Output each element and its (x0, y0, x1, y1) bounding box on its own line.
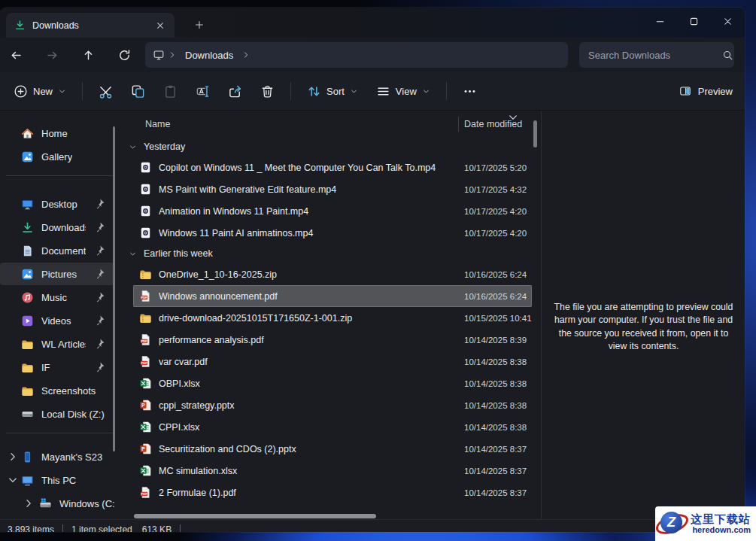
file-row-2-formulae-1-pdf[interactable]: PDF2 Formulae (1).pdf10/14/2025 8:37 (133, 482, 532, 503)
file-list-vertical-scrollbar[interactable] (533, 120, 537, 147)
more-button[interactable] (456, 79, 484, 104)
maximize-icon (688, 16, 700, 27)
file-row-windows-announcement-pdf[interactable]: PDFWindows announcement.pdf10/16/2025 6:… (133, 285, 532, 307)
file-row-securitization-and-cdos-2-pptx[interactable]: PSecuritization and CDOs (2).pptx10/14/2… (133, 438, 532, 460)
group-header-yesterday[interactable]: Yesterday (123, 137, 541, 157)
preview-warning-message: The file you are attempting to preview c… (553, 301, 734, 354)
paste-button[interactable] (156, 79, 184, 104)
forward-button[interactable] (39, 42, 65, 68)
sidebar-item-home[interactable]: Home (0, 122, 114, 144)
sidebar-item-label: WL Articles (41, 339, 86, 350)
file-date-modified: 10/14/2025 8:38 (464, 401, 536, 410)
sidebar-item-music[interactable]: Music (0, 286, 114, 308)
chevron-right-icon[interactable] (23, 497, 35, 509)
cut-button[interactable] (92, 79, 120, 104)
view-button[interactable]: View (369, 79, 437, 104)
sidebar-item-local-disk-z[interactable]: Local Disk (Z:) (0, 403, 114, 425)
sidebar-item-screenshots[interactable]: Screenshots (0, 379, 114, 402)
toolbar-separator (82, 82, 83, 100)
refresh-button[interactable] (111, 42, 137, 68)
svg-text:PDF: PDF (141, 339, 147, 343)
address-bar[interactable]: Downloads (145, 42, 568, 68)
file-date-modified: 10/14/2025 8:37 (464, 445, 536, 454)
file-row-ms-paint-with-generative-edit-feature-mp4[interactable]: MS Paint with Generative Edit feature.mp… (133, 178, 532, 200)
file-row-animation-in-windows-11-paint-mp4[interactable]: Animation in Windows 11 Paint.mp410/17/2… (133, 200, 532, 222)
breadcrumb-item-downloads[interactable]: Downloads (180, 50, 238, 61)
navigation-bar: Downloads (0, 38, 745, 72)
file-row-obpi-xlsx[interactable]: OBPI.xlsx10/14/2025 8:38 (133, 372, 532, 394)
copy-icon (131, 84, 145, 99)
documents-icon (21, 245, 34, 257)
file-row-drive-download-20251015t171650z-1-001-zip[interactable]: drive-download-20251015T171650Z-1-001.zi… (133, 307, 532, 329)
sidebar-item-pictures[interactable]: Pictures (0, 263, 114, 285)
sidebar-item-documents[interactable]: Documents (0, 239, 114, 262)
file-row-performance-analysis-pdf[interactable]: PDFperformance analysis.pdf10/14/2025 8:… (133, 329, 532, 351)
search-box[interactable] (579, 42, 734, 68)
file-name: CPPI.xlsx (159, 422, 460, 433)
new-tab-button[interactable] (190, 17, 209, 33)
chevron-down-icon[interactable] (7, 474, 19, 486)
file-row-mc-simulation-xlsx[interactable]: MC simulation.xlsx10/14/2025 8:37 (133, 460, 532, 482)
monitor-icon (153, 49, 165, 61)
tab-downloads[interactable]: Downloads (6, 13, 175, 38)
sidebar-item-downloads[interactable]: Downloads (0, 216, 114, 239)
new-button-label: New (33, 86, 53, 97)
delete-button[interactable] (254, 79, 281, 104)
ellipsis-icon (463, 84, 477, 99)
search-input[interactable] (587, 49, 722, 62)
back-button[interactable] (3, 42, 29, 68)
scissors-icon (99, 84, 113, 99)
sidebar-item-desktop[interactable]: Desktop (0, 193, 114, 215)
chevron-right-icon (241, 50, 250, 59)
sidebar-item-videos[interactable]: Videos (0, 309, 114, 332)
share-button[interactable] (221, 79, 249, 104)
rename-button[interactable] (189, 79, 217, 104)
sidebar-scrollbar[interactable] (113, 126, 115, 451)
file-name: MS Paint with Generative Edit feature.mp… (159, 184, 460, 195)
close-win-icon (722, 16, 733, 27)
sidebar-item-if[interactable]: IF (0, 356, 114, 378)
watermark-text: 这里下载站 heredown.com (691, 513, 751, 535)
file-name: Windows announcement.pdf (159, 291, 460, 302)
tab-close-button[interactable] (152, 17, 169, 34)
file-name: 2 Formulae (1).pdf (159, 488, 460, 498)
column-header-name[interactable]: Name (123, 119, 458, 129)
new-button[interactable]: New (7, 79, 73, 104)
chevron-right-icon[interactable] (7, 451, 19, 463)
zip-icon (139, 312, 152, 324)
sidebar-item-wl-articles[interactable]: WL Articles (0, 333, 114, 355)
sidebar-item-gallery[interactable]: Gallery (0, 145, 114, 168)
file-row-onedrive-1-10-16-2025-zip[interactable]: OneDrive_1_10-16-2025.zip10/16/2025 6:24 (133, 263, 532, 285)
tab-bar: Downloads (0, 8, 745, 38)
close-button[interactable] (711, 8, 745, 35)
svg-text:PDF: PDF (141, 492, 147, 496)
sort-button[interactable]: Sort (300, 79, 365, 104)
column-header-date[interactable]: Date modified (459, 119, 522, 129)
minimize-button[interactable] (643, 8, 677, 35)
preview-toggle-button[interactable]: Preview (679, 85, 733, 97)
file-list-horizontal-scrollbar[interactable] (134, 514, 376, 518)
file-date-modified: 10/16/2025 6:24 (464, 292, 536, 301)
copy-button[interactable] (124, 79, 152, 104)
file-row-windows-11-paint-ai-animatinos-mp4[interactable]: Windows 11 Paint AI animatinos.mp410/17/… (133, 222, 532, 244)
file-date-modified: 10/14/2025 8:37 (464, 488, 536, 497)
status-item-count: 3,893 items (8, 524, 54, 532)
file-date-modified: 10/15/2025 10:41 (464, 314, 536, 323)
sidebar-item-this-pc[interactable]: This PC (0, 469, 114, 491)
file-name: OBPI.xlsx (159, 378, 460, 389)
sidebar-item-mayank-s-s23[interactable]: Mayank's S23 (0, 445, 114, 468)
sidebar-item-windows-c[interactable]: Windows (C:) (0, 492, 114, 515)
file-row-cppi-strategy-pptx[interactable]: Pcppi_strategy.pptx10/14/2025 8:38 (133, 394, 532, 416)
file-date-modified: 10/14/2025 8:38 (464, 379, 536, 388)
file-row-var-cvar-pdf[interactable]: PDFvar cvar.pdf10/14/2025 8:38 (133, 351, 532, 372)
sidebar-item-label: Gallery (41, 151, 72, 163)
group-header-earlier-this-week[interactable]: Earlier this week (123, 244, 541, 263)
watermark-logo: Z (657, 509, 688, 539)
file-date-modified: 10/17/2025 5:20 (464, 163, 536, 172)
file-row-copilot-on-windows-11-meet-the-computer-you-can-talk-to-mp4[interactable]: Copilot on Windows 11 _ Meet the Compute… (133, 157, 532, 178)
file-row-cppi-xlsx[interactable]: CPPI.xlsx10/14/2025 8:38 (133, 416, 532, 438)
maximize-button[interactable] (677, 8, 711, 35)
up-button[interactable] (75, 42, 101, 68)
sidebar-divider (6, 175, 113, 176)
watermark: Z 这里下载站 heredown.com (655, 506, 756, 541)
